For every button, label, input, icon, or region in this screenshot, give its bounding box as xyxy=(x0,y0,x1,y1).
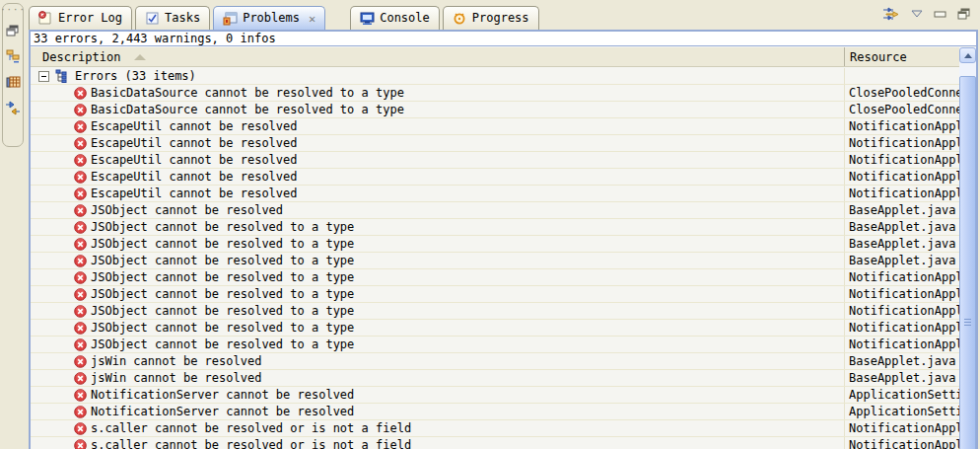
problem-resource: BaseApplet.java xyxy=(844,202,959,218)
vertical-scrollbar[interactable] xyxy=(959,47,976,449)
error-icon xyxy=(74,288,87,301)
view-toolbar xyxy=(882,6,970,22)
problem-description: BasicDataSource cannot be resolved to a … xyxy=(91,86,404,100)
problem-row[interactable]: jsWin cannot be resolved BaseApplet.java xyxy=(31,353,959,370)
error-icon xyxy=(74,154,87,167)
problem-row[interactable]: JSObject cannot be resolved to a type No… xyxy=(31,286,959,303)
problem-resource: NotificationApple xyxy=(844,320,959,336)
problem-row[interactable]: JSObject cannot be resolved to a type Ba… xyxy=(31,253,959,269)
console-icon xyxy=(360,11,375,26)
problem-row[interactable]: NotificationServer cannot be resolved Ap… xyxy=(31,404,959,420)
plug-view-icon[interactable] xyxy=(4,98,22,117)
fast-view-group: ···· xyxy=(2,3,24,147)
problem-row[interactable]: EscapeUtil cannot be resolved Notificati… xyxy=(31,135,959,152)
scrollbar-grip xyxy=(964,319,971,327)
problem-row[interactable]: JSObject cannot be resolved to a type Ba… xyxy=(31,219,959,236)
restore-view-icon[interactable] xyxy=(4,21,22,40)
problem-resource: NotificationApple xyxy=(844,286,959,302)
problem-description: JSObject cannot be resolved to a type xyxy=(91,237,354,251)
problem-description: EscapeUtil cannot be resolved xyxy=(91,136,298,150)
tab-error-log[interactable]: Error Log xyxy=(29,6,132,30)
group-resource xyxy=(844,68,959,84)
error-icon xyxy=(74,120,87,133)
view-tab-bar: Error Log Tasks Problems ✕ Conso xyxy=(29,2,976,30)
close-icon[interactable]: ✕ xyxy=(309,12,315,26)
progress-icon xyxy=(453,11,467,26)
problem-resource: BaseApplet.java xyxy=(844,219,959,235)
problem-row[interactable]: JSObject cannot be resolved BaseApplet.j… xyxy=(31,202,959,219)
error-icon xyxy=(74,355,87,368)
tasks-icon xyxy=(145,11,160,26)
tab-progress[interactable]: Progress xyxy=(443,6,539,30)
problem-resource: NotificationApple xyxy=(844,186,959,201)
restore-icon[interactable] xyxy=(957,8,970,20)
error-icon xyxy=(74,305,87,318)
column-header-resource[interactable]: Resource xyxy=(844,47,959,66)
problem-description: BasicDataSource cannot be resolved to a … xyxy=(91,103,404,116)
fast-view-bar: ···· xyxy=(0,0,26,449)
problem-resource: NotificationApple xyxy=(844,169,959,185)
problem-row[interactable]: BasicDataSource cannot be resolved to a … xyxy=(31,102,959,118)
problem-resource: NotificationApple xyxy=(844,269,959,285)
error-icon xyxy=(74,137,87,150)
problem-row[interactable]: jsWin cannot be resolved BaseApplet.java xyxy=(31,370,959,387)
problem-row[interactable]: EscapeUtil cannot be resolved Notificati… xyxy=(31,169,959,186)
problem-row[interactable]: EscapeUtil cannot be resolved Notificati… xyxy=(31,186,959,202)
tab-label: Progress xyxy=(472,11,529,25)
problems-icon xyxy=(223,11,238,26)
problem-resource: BaseApplet.java xyxy=(844,353,959,369)
tab-console[interactable]: Console xyxy=(350,6,440,30)
problem-description: JSObject cannot be resolved to a type xyxy=(91,287,354,301)
problem-row[interactable]: s.caller cannot be resolved or is not a … xyxy=(31,420,959,437)
problem-row[interactable]: JSObject cannot be resolved to a type No… xyxy=(31,269,959,286)
scroll-up-icon[interactable] xyxy=(959,47,976,63)
error-icon xyxy=(74,338,87,351)
problem-row[interactable]: JSObject cannot be resolved to a type No… xyxy=(31,320,959,337)
problem-row[interactable]: EscapeUtil cannot be resolved Notificati… xyxy=(31,118,959,135)
tab-problems[interactable]: Problems ✕ xyxy=(213,6,325,30)
problem-resource: NotificationApple xyxy=(844,437,959,449)
error-icon xyxy=(74,322,87,335)
problem-row[interactable]: BasicDataSource cannot be resolved to a … xyxy=(31,85,959,102)
problem-description: EscapeUtil cannot be resolved xyxy=(91,170,298,184)
problem-resource: BaseApplet.java xyxy=(844,236,959,252)
error-log-icon xyxy=(38,11,53,26)
column-label: Resource xyxy=(850,50,907,64)
collapse-icon[interactable] xyxy=(38,71,49,82)
view-menu-icon[interactable] xyxy=(911,10,923,18)
problems-table: Description Resource xyxy=(31,47,976,449)
problem-resource: BaseApplet.java xyxy=(844,370,959,386)
eclipse-window: ···· Error Log xyxy=(0,0,980,449)
problem-description: EscapeUtil cannot be resolved xyxy=(91,119,298,133)
error-icon xyxy=(74,104,87,116)
problem-description: JSObject cannot be resolved to a type xyxy=(91,304,354,318)
problem-description: JSObject cannot be resolved to a type xyxy=(91,254,354,267)
problem-description: s.caller cannot be resolved or is not a … xyxy=(91,438,411,449)
hierarchy-view-icon[interactable] xyxy=(4,46,22,66)
minimize-icon[interactable] xyxy=(934,10,946,19)
problem-row[interactable]: EscapeUtil cannot be resolved Notificati… xyxy=(31,152,959,169)
group-row-errors[interactable]: Errors (33 items) xyxy=(31,68,959,85)
column-label: Description xyxy=(42,50,120,64)
link-with-editor-icon[interactable] xyxy=(882,6,900,22)
problem-row[interactable]: JSObject cannot be resolved to a type No… xyxy=(31,303,959,320)
problem-row[interactable]: JSObject cannot be resolved to a type No… xyxy=(31,337,959,353)
problem-row[interactable]: NotificationServer cannot be resolved Ap… xyxy=(31,387,959,404)
problem-row[interactable]: JSObject cannot be resolved to a type Ba… xyxy=(31,236,959,253)
toolbar-drag-handle[interactable]: ···· xyxy=(0,6,26,15)
tab-tasks[interactable]: Tasks xyxy=(135,6,210,30)
error-icon xyxy=(74,389,87,402)
problem-description: EscapeUtil cannot be resolved xyxy=(91,187,298,200)
error-icon xyxy=(74,204,87,217)
problem-resource: NotificationApple xyxy=(844,152,959,168)
error-icon xyxy=(74,422,87,435)
column-header-description[interactable]: Description xyxy=(31,47,844,66)
problem-resource: NotificationApple xyxy=(844,303,959,319)
summary-bar: 33 errors, 2,443 warnings, 0 infos xyxy=(31,32,976,46)
problem-resource: NotificationApple xyxy=(844,118,959,134)
table-view-icon[interactable] xyxy=(4,72,22,92)
problem-description: NotificationServer cannot be resolved xyxy=(91,405,354,418)
problem-resource: NotificationApple xyxy=(844,337,959,352)
scrollbar-thumb[interactable] xyxy=(959,76,976,449)
problem-row[interactable]: s.caller cannot be resolved or is not a … xyxy=(31,437,959,449)
